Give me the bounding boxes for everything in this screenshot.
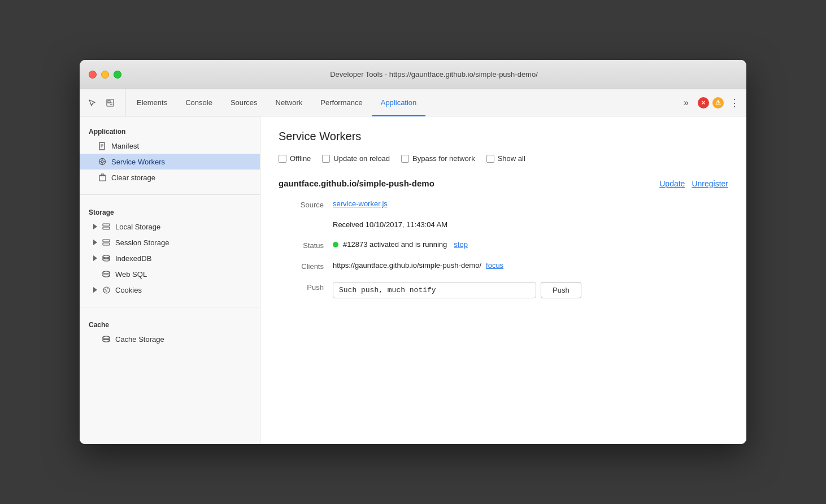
unregister-link[interactable]: Unregister (692, 179, 728, 188)
maximize-button[interactable] (114, 71, 121, 79)
storage-section-label: Storage (80, 204, 260, 219)
svg-point-30 (103, 275, 110, 277)
svg-point-31 (103, 287, 110, 293)
checkbox-bypass-for-network[interactable]: Bypass for network (401, 154, 475, 163)
sw-domain: gauntface.github.io/simple-push-demo (279, 179, 434, 188)
sidebar-divider-2 (80, 307, 260, 307)
service-worker-entry: gauntface.github.io/simple-push-demo Upd… (279, 179, 728, 298)
manifest-label: Manifest (111, 142, 139, 150)
svg-point-27 (103, 271, 110, 273)
service-workers-label: Service Workers (111, 158, 165, 166)
content-panel: Service Workers Offline Update on reload… (260, 116, 746, 444)
tab-sources[interactable]: Sources (221, 90, 267, 116)
tab-console[interactable]: Console (176, 90, 221, 116)
sw-entry-header: gauntface.github.io/simple-push-demo Upd… (279, 179, 728, 188)
focus-link[interactable]: focus (486, 261, 503, 270)
toolbar-icons (84, 89, 125, 116)
svg-point-9 (101, 160, 103, 163)
minimize-button[interactable] (101, 71, 109, 79)
sidebar-item-cache-storage[interactable]: Cache Storage (80, 331, 260, 347)
source-label: Source (279, 199, 324, 209)
close-button[interactable] (89, 71, 97, 79)
sidebar-divider-1 (80, 194, 260, 195)
window-title: Developer Tools - https://gauntface.gith… (131, 70, 737, 79)
tab-elements[interactable]: Elements (128, 90, 176, 116)
local-storage-label: Local Storage (115, 223, 160, 231)
svg-point-39 (103, 340, 110, 342)
update-link[interactable]: Update (659, 179, 685, 188)
sw-details: Source service-worker.js Received 10/10/… (279, 199, 728, 298)
toolbar-right: × ⚠ ⋮ (693, 89, 742, 116)
cookies-icon (102, 285, 111, 294)
offline-label: Offline (290, 154, 311, 163)
sidebar-item-local-storage[interactable]: Local Storage (80, 219, 260, 234)
push-label: Push (279, 282, 324, 292)
offline-checkbox[interactable] (279, 155, 286, 163)
toolbar-tabs: Elements Console Sources Network Perform… (128, 89, 679, 116)
checkbox-update-on-reload[interactable]: Update on reload (322, 154, 390, 163)
tab-application[interactable]: Application (372, 90, 426, 116)
menu-button[interactable]: ⋮ (727, 97, 742, 109)
source-file-link[interactable]: service-worker.js (333, 199, 388, 208)
update-on-reload-label: Update on reload (333, 154, 390, 163)
received-label (279, 220, 324, 221)
svg-point-34 (106, 290, 107, 292)
session-storage-icon (102, 238, 111, 247)
svg-point-32 (105, 289, 106, 290)
titlebar: Developer Tools - https://gauntface.gith… (80, 60, 746, 89)
svg-rect-1 (108, 101, 110, 103)
status-label: Status (279, 240, 324, 250)
checkbox-offline[interactable]: Offline (279, 154, 311, 163)
checkboxes-row: Offline Update on reload Bypass for netw… (279, 154, 728, 163)
clear-storage-icon (98, 173, 107, 182)
svg-point-26 (103, 259, 110, 261)
local-storage-icon (102, 222, 111, 231)
tab-network[interactable]: Network (267, 90, 312, 116)
svg-rect-20 (103, 227, 110, 229)
cache-section-label: Cache (80, 316, 260, 331)
triangle-icon (93, 224, 97, 229)
svg-point-36 (103, 336, 110, 338)
pointer-icon[interactable] (84, 95, 100, 111)
bypass-for-network-label: Bypass for network (412, 154, 475, 163)
svg-rect-21 (103, 240, 110, 242)
svg-rect-19 (103, 224, 110, 226)
update-on-reload-checkbox[interactable] (322, 155, 330, 163)
sidebar-item-indexeddb[interactable]: IndexedDB (80, 250, 260, 266)
sidebar-item-service-workers[interactable]: Service Workers (80, 154, 260, 170)
more-tabs-button[interactable]: » (679, 89, 693, 116)
indexeddb-icon (102, 254, 111, 263)
websql-icon (102, 270, 111, 279)
source-value: service-worker.js (333, 199, 728, 208)
triangle-icon (93, 240, 97, 245)
toolbar: Elements Console Sources Network Perform… (80, 89, 746, 116)
session-storage-label: Session Storage (115, 238, 169, 247)
sidebar: Application Manifest (80, 116, 260, 444)
triangle-icon (93, 287, 97, 293)
websql-label: Web SQL (115, 270, 147, 279)
sidebar-item-cookies[interactable]: Cookies (80, 282, 260, 298)
triangle-icon (93, 255, 97, 261)
push-input[interactable] (333, 282, 536, 298)
bypass-for-network-checkbox[interactable] (401, 155, 409, 163)
clients-url: https://gauntface.github.io/simple-push-… (333, 261, 481, 270)
show-all-checkbox[interactable] (486, 155, 494, 163)
sidebar-item-session-storage[interactable]: Session Storage (80, 234, 260, 250)
warning-badge[interactable]: ⚠ (712, 97, 724, 108)
sidebar-item-clear-storage[interactable]: Clear storage (80, 170, 260, 185)
sidebar-item-manifest[interactable]: Manifest (80, 138, 260, 154)
stop-link[interactable]: stop (454, 240, 468, 249)
checkbox-show-all[interactable]: Show all (486, 154, 525, 163)
error-badge[interactable]: × (698, 97, 709, 108)
svg-point-23 (103, 255, 110, 258)
received-value: Received 10/10/2017, 11:43:04 AM (333, 220, 728, 229)
sidebar-item-websql[interactable]: Web SQL (80, 266, 260, 282)
clients-label: Clients (279, 261, 324, 271)
push-button[interactable]: Push (541, 282, 581, 298)
main-content: Application Manifest (80, 116, 746, 444)
status-text: #12873 activated and is running (343, 240, 447, 249)
service-workers-icon (98, 157, 107, 166)
inspect-icon[interactable] (102, 95, 118, 111)
tab-performance[interactable]: Performance (311, 90, 371, 116)
cache-storage-icon (102, 334, 111, 344)
